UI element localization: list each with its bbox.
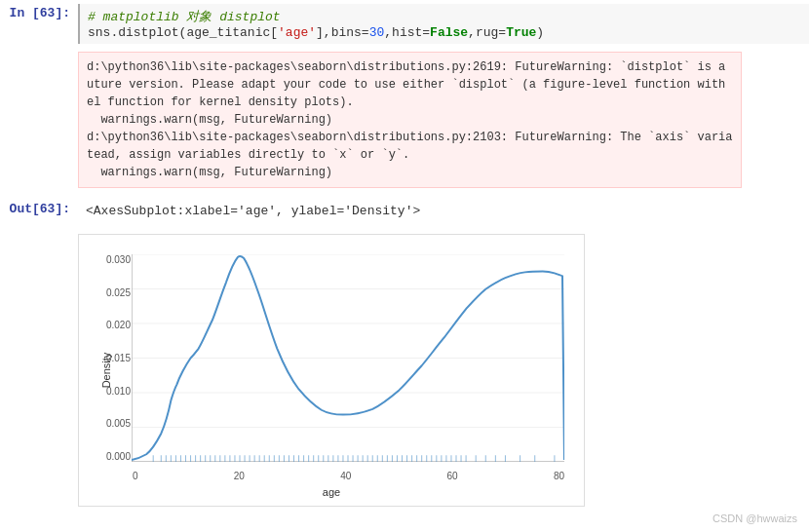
y-tick-0010: 0.010: [106, 386, 131, 397]
y-tick-0030: 0.030: [106, 254, 131, 265]
cell-out-label: Out[63]:: [0, 200, 78, 222]
code-rest: ],bins=: [316, 25, 369, 40]
code-comment: # matplotlib 对象 distplot: [88, 10, 281, 24]
x-tick-labels: 0 20 40 60 80: [133, 471, 564, 481]
y-tick-0005: 0.005: [106, 418, 131, 429]
plot-svg: [132, 254, 564, 462]
x-axis-label: age: [323, 486, 340, 498]
warning-line-7: warnings.warn(msg, FutureWarning): [87, 164, 733, 181]
input-code-area: # matplotlib 对象 distplot sns.distplot(ag…: [78, 4, 809, 44]
code-close-paren: ): [536, 25, 544, 40]
output-cell: Out[63]: <AxesSubplot:xlabel='age', ylab…: [0, 196, 809, 226]
input-cell: In [63]: # matplotlib 对象 distplot sns.di…: [0, 0, 809, 48]
code-string-age: 'age': [278, 25, 316, 40]
warning-line-2: uture version. Please adapt your code to…: [87, 76, 733, 94]
warning-line-6: tead, assign variables directly to `x` o…: [87, 146, 733, 164]
x-tick-20: 20: [234, 471, 245, 481]
code-bins-num: 30: [369, 25, 385, 40]
watermark: CSDN @hwwaizs: [713, 513, 797, 514]
output-text-content: <AxesSubplot:xlabel='age', ylabel='Densi…: [78, 200, 428, 222]
warning-output: d:\python36\lib\site-packages\seaborn\di…: [78, 52, 742, 188]
cell-in-label: In [63]:: [0, 4, 78, 44]
code-func: sns.distplot(age_titanic[: [88, 25, 278, 40]
code-hist-param: ,hist=: [384, 25, 430, 40]
warning-line-4: warnings.warn(msg, FutureWarning): [87, 111, 733, 129]
y-tick-labels: 0.030 0.025 0.020 0.015 0.010 0.005 0.00…: [96, 254, 131, 462]
rug-marks: [153, 455, 555, 462]
x-tick-60: 60: [447, 471, 458, 481]
code-comment-line: # matplotlib 对象 distplot: [88, 8, 801, 25]
y-tick-0000: 0.000: [106, 451, 131, 462]
code-rug-param: ,rug=: [468, 25, 506, 40]
warning-line-5: d:\python36\lib\site-packages\seaborn\di…: [87, 129, 733, 146]
code-false-kw: False: [430, 25, 468, 40]
x-tick-40: 40: [340, 471, 351, 481]
x-tick-0: 0: [133, 471, 138, 481]
code-true-kw: True: [506, 25, 536, 40]
y-tick-0015: 0.015: [106, 353, 131, 363]
warning-cell: d:\python36\lib\site-packages\seaborn\di…: [0, 48, 809, 196]
warning-line-3: el function for kernel density plots).: [87, 94, 733, 111]
plot-container: Density 0.030 0.025 0.020 0.015 0.010 0.…: [78, 234, 585, 507]
x-tick-80: 80: [554, 471, 564, 481]
warning-line-1: d:\python36\lib\site-packages\seaborn\di…: [87, 58, 733, 76]
warning-label: [0, 52, 78, 192]
code-main-line: sns.distplot(age_titanic['age'],bins=30,…: [88, 25, 801, 40]
y-tick-0025: 0.025: [106, 287, 131, 298]
y-tick-0020: 0.020: [106, 320, 131, 330]
